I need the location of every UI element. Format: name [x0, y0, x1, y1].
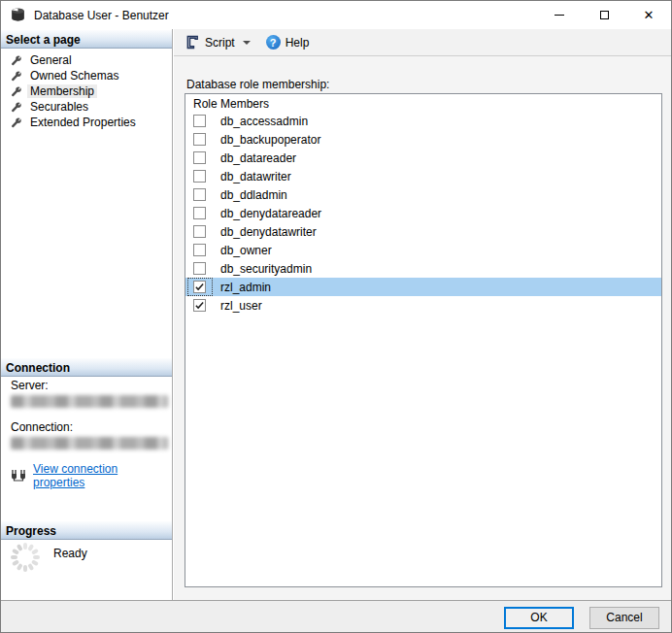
role-row-db_ddladmin[interactable]: db_ddladmin — [185, 185, 661, 204]
maximize-button[interactable] — [582, 1, 626, 29]
role-checkbox[interactable] — [193, 133, 206, 146]
role-row-db_backupoperator[interactable]: db_backupoperator — [185, 130, 661, 149]
role-row-db_denydatareader[interactable]: db_denydatareader — [185, 204, 661, 222]
title-bar: Database User - Benutzer ✕ — [1, 1, 671, 29]
role-row-db_accessadmin[interactable]: db_accessadmin — [185, 112, 661, 130]
role-row-db_denydatawriter[interactable]: db_denydatawriter — [185, 222, 661, 241]
server-label: Server: — [11, 379, 166, 392]
script-icon — [185, 35, 200, 50]
minimize-icon — [554, 15, 564, 16]
main-panel: Script ? Help Database role membership: … — [174, 29, 672, 600]
sidebar-item-membership[interactable]: Membership — [1, 83, 172, 99]
progress-status: Ready — [53, 547, 87, 560]
role-members-list: db_accessadmindb_backupoperatordb_datare… — [185, 112, 661, 315]
help-label: Help — [286, 36, 310, 50]
sidebar: Select a page GeneralOwned SchemasMember… — [1, 29, 173, 600]
role-checkbox[interactable] — [193, 115, 206, 127]
role-checkbox[interactable] — [193, 151, 206, 164]
sidebar-item-label: Owned Schemas — [27, 69, 121, 83]
database-user-dialog: Database User - Benutzer ✕ Select a page… — [0, 0, 672, 633]
script-button[interactable]: Script — [182, 32, 262, 53]
select-a-page-header: Select a page — [1, 30, 172, 49]
connection-properties-icon — [11, 469, 28, 483]
role-checkbox[interactable] — [193, 207, 206, 219]
role-checkbox[interactable] — [193, 170, 206, 183]
role-name: db_accessadmin — [220, 115, 308, 128]
role-checkbox[interactable] — [193, 262, 206, 275]
connection-value-redacted — [11, 437, 168, 450]
server-value-redacted — [11, 395, 168, 408]
role-name: db_securityadmin — [220, 262, 312, 276]
sidebar-item-general[interactable]: General — [1, 52, 172, 68]
progress-block: Ready — [9, 541, 87, 574]
role-row-db_datareader[interactable]: db_datareader — [185, 149, 661, 167]
cancel-button[interactable]: Cancel — [589, 607, 659, 629]
role-name: db_datawriter — [220, 170, 291, 183]
progress-header: Progress — [1, 521, 172, 540]
role-name: db_denydatareader — [220, 207, 321, 220]
page-list: GeneralOwned SchemasMembershipSecurables… — [1, 52, 172, 130]
sidebar-item-label: Membership — [27, 84, 97, 98]
role-checkbox[interactable] — [193, 225, 206, 238]
role-row-db_owner[interactable]: db_owner — [185, 241, 661, 259]
help-icon: ? — [266, 35, 281, 50]
view-connection-properties-link[interactable]: View connection properties — [33, 462, 166, 489]
role-name: db_owner — [220, 244, 272, 257]
role-row-rzl_admin[interactable]: rzl_admin — [185, 278, 661, 296]
connection-block: Server: Connection: View connection prop… — [11, 379, 166, 489]
role-checkbox[interactable] — [193, 244, 206, 256]
role-name: db_backupoperator — [220, 133, 320, 147]
connection-header: Connection — [1, 358, 172, 377]
role-row-db_datawriter[interactable]: db_datawriter — [185, 167, 661, 185]
role-members-listbox: Role Members db_accessadmindb_backupoper… — [185, 93, 662, 587]
sidebar-item-extended-properties[interactable]: Extended Properties — [1, 115, 172, 130]
connection-label: Connection: — [11, 420, 166, 434]
help-button[interactable]: ? Help — [262, 32, 319, 53]
maximize-icon — [600, 11, 609, 19]
role-members-column-header: Role Members — [185, 94, 661, 112]
database-role-membership-label: Database role membership: — [186, 78, 329, 91]
sidebar-item-label: Securables — [27, 100, 91, 114]
sidebar-item-label: Extended Properties — [27, 116, 139, 129]
wrench-icon — [10, 117, 22, 129]
window-title: Database User - Benutzer — [34, 9, 169, 22]
wrench-icon — [10, 70, 22, 83]
role-row-db_securityadmin[interactable]: db_securityadmin — [185, 259, 661, 278]
script-label: Script — [205, 36, 235, 50]
role-checkbox[interactable] — [193, 188, 206, 201]
wrench-icon — [10, 85, 22, 98]
minimize-button[interactable] — [537, 1, 582, 29]
close-icon: ✕ — [644, 9, 655, 21]
role-name: db_ddladmin — [220, 188, 287, 202]
role-name: db_denydatawriter — [220, 225, 317, 239]
progress-spinner-icon — [9, 541, 42, 574]
role-row-rzl_user[interactable]: rzl_user — [185, 296, 661, 315]
footer-bar: OK Cancel — [1, 600, 672, 633]
role-name: rzl_admin — [220, 281, 271, 294]
sidebar-item-securables[interactable]: Securables — [1, 99, 172, 115]
sidebar-item-owned-schemas[interactable]: Owned Schemas — [1, 68, 172, 83]
ok-button[interactable]: OK — [504, 607, 574, 629]
close-button[interactable]: ✕ — [626, 1, 671, 29]
wrench-icon — [10, 54, 22, 67]
sidebar-item-label: General — [27, 53, 75, 67]
role-checkbox[interactable] — [193, 281, 206, 293]
role-name: rzl_user — [220, 299, 262, 313]
chevron-down-icon — [243, 41, 251, 45]
toolbar: Script ? Help — [174, 29, 672, 56]
role-name: db_datareader — [220, 151, 296, 165]
wrench-icon — [10, 101, 22, 114]
database-icon — [10, 7, 26, 23]
role-checkbox[interactable] — [193, 299, 206, 312]
